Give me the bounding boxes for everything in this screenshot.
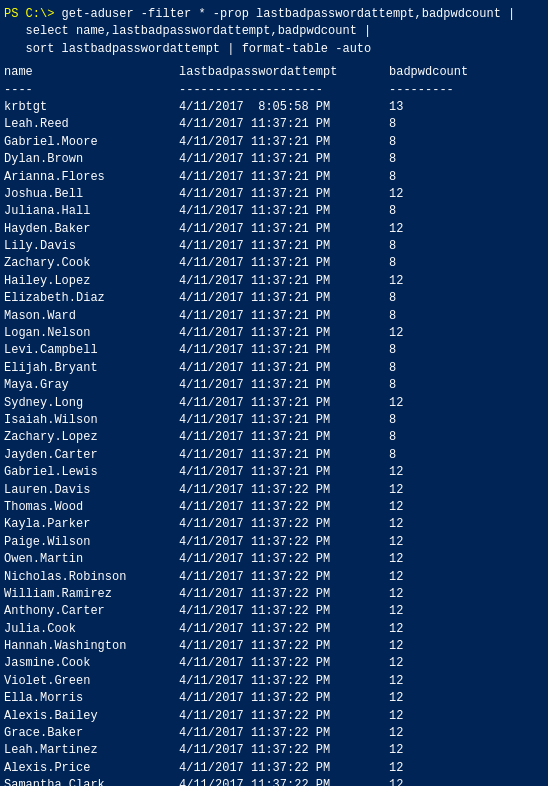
cell-count: 12 (389, 655, 403, 672)
cell-date: 4/11/2017 11:37:22 PM (179, 551, 389, 568)
cell-count: 8 (389, 134, 396, 151)
cell-name: Gabriel.Lewis (4, 464, 179, 481)
table-row: Gabriel.Moore4/11/2017 11:37:21 PM8 (4, 134, 544, 151)
table-row: Jayden.Carter4/11/2017 11:37:21 PM8 (4, 447, 544, 464)
cell-name: Leah.Reed (4, 116, 179, 133)
cell-count: 8 (389, 255, 396, 272)
cell-name: Grace.Baker (4, 725, 179, 742)
cell-count: 12 (389, 569, 403, 586)
table-row: Joshua.Bell4/11/2017 11:37:21 PM12 (4, 186, 544, 203)
cell-name: Nicholas.Robinson (4, 569, 179, 586)
table-row: Alexis.Bailey4/11/2017 11:37:22 PM12 (4, 708, 544, 725)
cell-count: 12 (389, 464, 403, 481)
table-row: William.Ramirez4/11/2017 11:37:22 PM12 (4, 586, 544, 603)
cell-date: 4/11/2017 11:37:22 PM (179, 569, 389, 586)
cell-count: 12 (389, 273, 403, 290)
table-row: Ella.Morris4/11/2017 11:37:22 PM12 (4, 690, 544, 707)
command-line-1: PS C:\> get-aduser -filter * -prop lastb… (4, 6, 544, 23)
prompt: PS C:\> (4, 7, 54, 21)
cell-count: 12 (389, 534, 403, 551)
cell-name: Ella.Morris (4, 690, 179, 707)
cell-date: 4/11/2017 11:37:21 PM (179, 203, 389, 220)
table-row: Hannah.Washington4/11/2017 11:37:22 PM12 (4, 638, 544, 655)
command-line-3: sort lastbadpasswordattempt | format-tab… (4, 41, 544, 58)
divider-date: -------------------- (179, 82, 389, 99)
cell-date: 4/11/2017 11:37:22 PM (179, 621, 389, 638)
cell-count: 12 (389, 690, 403, 707)
table-row: Levi.Campbell4/11/2017 11:37:21 PM8 (4, 342, 544, 359)
cell-name: Juliana.Hall (4, 203, 179, 220)
cell-name: Joshua.Bell (4, 186, 179, 203)
cell-name: Anthony.Carter (4, 603, 179, 620)
cell-count: 8 (389, 429, 396, 446)
cell-count: 12 (389, 221, 403, 238)
cell-count: 8 (389, 308, 396, 325)
table-row: Lily.Davis4/11/2017 11:37:21 PM8 (4, 238, 544, 255)
cell-count: 12 (389, 482, 403, 499)
cell-name: Elizabeth.Diaz (4, 290, 179, 307)
cell-date: 4/11/2017 11:37:21 PM (179, 186, 389, 203)
table-row: Kayla.Parker4/11/2017 11:37:22 PM12 (4, 516, 544, 533)
cell-name: Julia.Cook (4, 621, 179, 638)
divider-name: ---- (4, 82, 179, 99)
cell-date: 4/11/2017 11:37:22 PM (179, 725, 389, 742)
table-row: Paige.Wilson4/11/2017 11:37:22 PM12 (4, 534, 544, 551)
cell-name: Arianna.Flores (4, 169, 179, 186)
table-row: Sydney.Long4/11/2017 11:37:21 PM12 (4, 395, 544, 412)
column-dividers: --------------------------------- (4, 82, 544, 99)
table-row: Elijah.Bryant4/11/2017 11:37:21 PM8 (4, 360, 544, 377)
cell-name: Lily.Davis (4, 238, 179, 255)
cell-count: 12 (389, 621, 403, 638)
cell-name: Zachary.Lopez (4, 429, 179, 446)
cell-date: 4/11/2017 11:37:21 PM (179, 290, 389, 307)
table-row: Isaiah.Wilson4/11/2017 11:37:21 PM8 (4, 412, 544, 429)
cell-date: 4/11/2017 11:37:21 PM (179, 151, 389, 168)
cell-date: 4/11/2017 11:37:21 PM (179, 429, 389, 446)
table-row: Owen.Martin4/11/2017 11:37:22 PM12 (4, 551, 544, 568)
cell-count: 8 (389, 377, 396, 394)
data-rows: krbtgt4/11/2017 8:05:58 PM13Leah.Reed4/1… (4, 99, 544, 786)
cell-date: 4/11/2017 11:37:21 PM (179, 221, 389, 238)
cell-date: 4/11/2017 11:37:21 PM (179, 377, 389, 394)
table-row: Jasmine.Cook4/11/2017 11:37:22 PM12 (4, 655, 544, 672)
cell-name: Alexis.Bailey (4, 708, 179, 725)
cell-count: 12 (389, 186, 403, 203)
cell-date: 4/11/2017 11:37:22 PM (179, 586, 389, 603)
terminal: PS C:\> get-aduser -filter * -prop lastb… (4, 6, 544, 786)
cell-name: Thomas.Wood (4, 499, 179, 516)
table-row: Thomas.Wood4/11/2017 11:37:22 PM12 (4, 499, 544, 516)
cell-count: 12 (389, 603, 403, 620)
cmd-text-1: get-aduser -filter * -prop lastbadpasswo… (54, 7, 515, 21)
cell-date: 4/11/2017 11:37:22 PM (179, 655, 389, 672)
cell-name: Dylan.Brown (4, 151, 179, 168)
cmd-text-2: select name,lastbadpasswordattempt,badpw… (4, 24, 371, 38)
table-row: Lauren.Davis4/11/2017 11:37:22 PM12 (4, 482, 544, 499)
cell-name: Zachary.Cook (4, 255, 179, 272)
cell-date: 4/11/2017 11:37:21 PM (179, 412, 389, 429)
cell-name: krbtgt (4, 99, 179, 116)
cell-name: Hailey.Lopez (4, 273, 179, 290)
cell-count: 8 (389, 342, 396, 359)
cell-date: 4/11/2017 8:05:58 PM (179, 99, 389, 116)
cell-name: Lauren.Davis (4, 482, 179, 499)
cell-count: 12 (389, 742, 403, 759)
table-row: Alexis.Price4/11/2017 11:37:22 PM12 (4, 760, 544, 777)
cell-count: 12 (389, 551, 403, 568)
table-row: Logan.Nelson4/11/2017 11:37:21 PM12 (4, 325, 544, 342)
cell-count: 12 (389, 725, 403, 742)
cell-name: Isaiah.Wilson (4, 412, 179, 429)
cell-count: 8 (389, 238, 396, 255)
table-row: Maya.Gray4/11/2017 11:37:21 PM8 (4, 377, 544, 394)
header-name: name (4, 64, 179, 81)
cell-name: Elijah.Bryant (4, 360, 179, 377)
table-row: Julia.Cook4/11/2017 11:37:22 PM12 (4, 621, 544, 638)
cell-name: Maya.Gray (4, 377, 179, 394)
header-count: badpwdcount (389, 64, 468, 81)
cell-date: 4/11/2017 11:37:22 PM (179, 690, 389, 707)
cell-date: 4/11/2017 11:37:22 PM (179, 673, 389, 690)
table-row: Samantha.Clark4/11/2017 11:37:22 PM12 (4, 777, 544, 786)
cell-date: 4/11/2017 11:37:22 PM (179, 742, 389, 759)
cell-date: 4/11/2017 11:37:22 PM (179, 482, 389, 499)
cell-date: 4/11/2017 11:37:21 PM (179, 238, 389, 255)
cell-count: 12 (389, 516, 403, 533)
